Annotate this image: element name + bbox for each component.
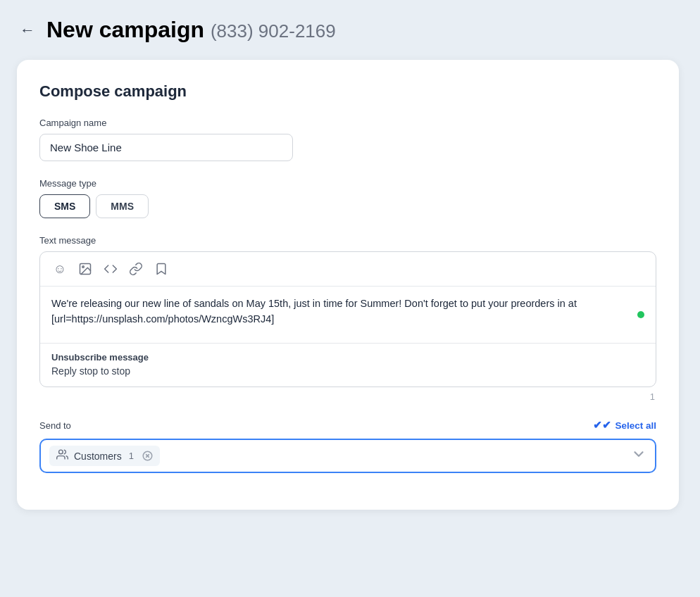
recipient-tag-customers: Customers 1 [49, 446, 160, 466]
customers-label: Customers [74, 451, 122, 462]
message-body[interactable]: We're releasing our new line of sandals … [40, 287, 656, 343]
page-header: ← New campaign (833) 902-2169 [17, 17, 683, 43]
page-title: New campaign (833) 902-2169 [46, 17, 336, 43]
message-type-group: Message type SMS MMS [39, 178, 656, 218]
page-title-text: New campaign [46, 17, 204, 42]
sms-button[interactable]: SMS [39, 194, 90, 218]
recipients-list: Customers 1 [49, 446, 160, 466]
campaign-name-input[interactable] [39, 134, 293, 161]
status-dot [637, 311, 644, 318]
dropdown-chevron-icon [631, 446, 646, 465]
campaign-name-group: Campaign name [39, 118, 656, 161]
mms-button[interactable]: MMS [96, 194, 149, 218]
unsubscribe-label: Unsubscribe message [51, 352, 644, 363]
message-type-label: Message type [39, 178, 656, 189]
send-to-header: Send to ✔✔ Select all [39, 419, 656, 432]
page-phone-number: (833) 902-2169 [211, 20, 336, 42]
card-title: Compose campaign [39, 82, 656, 101]
char-count: 1 [39, 391, 656, 402]
select-all-button[interactable]: ✔✔ Select all [593, 419, 656, 432]
message-toolbar: ☺ [40, 252, 656, 287]
unsubscribe-text: Reply stop to stop [51, 365, 644, 377]
campaign-name-label: Campaign name [39, 118, 656, 128]
select-all-label: Select all [615, 420, 656, 431]
message-type-row: SMS MMS [39, 194, 656, 218]
image-icon[interactable] [75, 259, 95, 279]
link-icon[interactable] [126, 259, 146, 279]
recipients-dropdown[interactable]: Customers 1 [39, 439, 656, 473]
bookmark-icon[interactable] [151, 259, 171, 279]
customers-count: 1 [129, 451, 134, 461]
svg-point-1 [82, 266, 85, 268]
send-to-group: Send to ✔✔ Select all Customers 1 [39, 419, 656, 473]
compose-card: Compose campaign Campaign name Message t… [17, 60, 679, 510]
back-button[interactable]: ← [17, 18, 38, 42]
text-message-box: ☺ [39, 251, 656, 387]
customers-user-icon [56, 448, 68, 463]
message-text: We're releasing our new line of sandals … [51, 296, 644, 327]
emoji-icon[interactable]: ☺ [50, 259, 70, 279]
text-message-group: Text message ☺ [39, 235, 656, 402]
check-icon: ✔✔ [593, 419, 611, 432]
unsubscribe-section: Unsubscribe message Reply stop to stop [40, 343, 656, 387]
back-arrow-icon: ← [20, 21, 35, 39]
svg-point-2 [59, 450, 63, 454]
remove-customers-button[interactable] [142, 451, 153, 461]
embed-icon[interactable] [101, 259, 120, 279]
send-to-label: Send to [39, 420, 71, 431]
text-message-label: Text message [39, 235, 656, 246]
